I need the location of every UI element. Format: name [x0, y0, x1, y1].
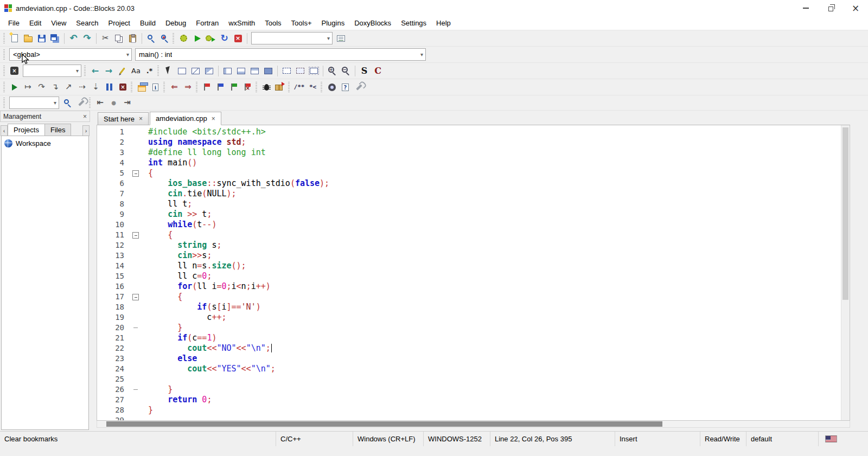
watch-search-button[interactable]: [61, 97, 74, 110]
doxyblocks-run-button[interactable]: [325, 81, 339, 94]
fold-marker-icon[interactable]: [130, 384, 142, 395]
menu-item-edit[interactable]: Edit: [24, 16, 46, 30]
management-tab-projects[interactable]: Projects: [8, 124, 45, 136]
next-instruction-button[interactable]: ⇢: [75, 81, 89, 94]
fold-marker-icon[interactable]: [130, 230, 142, 240]
code-text[interactable]: ll t;: [142, 199, 192, 209]
clear-bookmarks-button[interactable]: [241, 81, 254, 94]
tab-close-icon[interactable]: ×: [212, 115, 215, 123]
code-text[interactable]: c++;: [142, 312, 227, 323]
vertical-scrollbar-thumb[interactable]: [843, 127, 848, 300]
horizontal-scrollbar-thumb[interactable]: [106, 421, 662, 427]
debugging-windows-button[interactable]: [135, 81, 149, 94]
tabs-scroll-left-button[interactable]: ‹: [1, 125, 8, 136]
fold-marker-icon[interactable]: [130, 323, 142, 333]
close-button[interactable]: ×: [843, 0, 868, 16]
menu-item-search[interactable]: Search: [71, 16, 103, 30]
code-text[interactable]: for(ll i=0;i<n;i++): [142, 281, 271, 292]
regex-button[interactable]: .*: [143, 65, 156, 78]
build-target-select[interactable]: ▾: [251, 32, 333, 44]
line-number[interactable]: 24: [97, 364, 130, 374]
tab-close-icon[interactable]: ×: [139, 115, 143, 123]
match-case-button[interactable]: Aa: [129, 65, 143, 78]
menu-item-wxsmith[interactable]: wxSmith: [224, 16, 260, 30]
build-and-run-button[interactable]: [204, 32, 218, 45]
code-text[interactable]: if(c==1): [142, 333, 216, 343]
management-tab-files[interactable]: Files: [44, 124, 71, 136]
code-text[interactable]: }: [142, 323, 182, 333]
find-button[interactable]: [144, 32, 158, 45]
open-file-button[interactable]: [21, 32, 35, 45]
line-number[interactable]: 11: [97, 230, 130, 240]
menu-item-tools-[interactable]: Tools+: [286, 16, 317, 30]
code-text[interactable]: ll n=s.size();: [142, 261, 246, 271]
code-text[interactable]: if(s[i]=='N'): [142, 302, 261, 312]
jump-forward-button[interactable]: ⇥: [120, 97, 134, 110]
expand-fill-button[interactable]: [261, 65, 275, 78]
code-text[interactable]: cout<<"YES"<<"\n";: [142, 364, 276, 374]
step-into-instruction-button[interactable]: ⇣: [89, 81, 103, 94]
wxsmith-pointer-button[interactable]: [162, 65, 175, 78]
code-text[interactable]: [142, 374, 148, 384]
code-text[interactable]: cin>>s;: [142, 251, 212, 261]
source-view-button[interactable]: S: [358, 65, 371, 78]
code-text[interactable]: using namespace std;: [142, 137, 246, 147]
function-select[interactable]: main() : int▾: [135, 48, 426, 61]
doxyblocks-block-comment-button[interactable]: /**: [292, 81, 306, 94]
border-outline-button[interactable]: [307, 65, 321, 78]
class-view-button[interactable]: C: [371, 65, 385, 78]
step-out-button[interactable]: ↗: [62, 81, 75, 94]
line-number[interactable]: 7: [97, 189, 130, 199]
maximize-button[interactable]: [818, 0, 843, 16]
menu-item-fortran[interactable]: Fortran: [191, 16, 224, 30]
stop-debugger-button[interactable]: [116, 81, 130, 94]
menu-item-tools[interactable]: Tools: [260, 16, 286, 30]
line-number[interactable]: 15: [97, 271, 130, 281]
deploy-button[interactable]: [273, 81, 287, 94]
cut-button[interactable]: ✂: [99, 32, 112, 45]
line-number[interactable]: 28: [97, 405, 130, 415]
menu-item-plugins[interactable]: Plugins: [317, 16, 350, 30]
menu-item-help[interactable]: Help: [431, 16, 456, 30]
menu-item-view[interactable]: View: [46, 16, 71, 30]
code-text[interactable]: else: [142, 354, 197, 364]
jump-back-button[interactable]: ⇤: [93, 97, 107, 110]
goto-next-changed-line-button[interactable]: ⇒: [181, 81, 195, 94]
line-number[interactable]: 13: [97, 251, 130, 261]
line-number[interactable]: 12: [97, 240, 130, 251]
code-text[interactable]: string s;: [142, 240, 221, 251]
incremental-search-input[interactable]: ▾: [23, 65, 81, 77]
code-text[interactable]: {: [142, 292, 182, 302]
line-number[interactable]: 3: [97, 147, 130, 158]
code-text[interactable]: cin >> t;: [142, 209, 212, 220]
code-text[interactable]: }: [142, 384, 173, 395]
tab-start-here[interactable]: Start here ×: [98, 112, 149, 125]
build-button[interactable]: [177, 32, 190, 45]
tabs-scroll-right-button[interactable]: ›: [82, 125, 90, 136]
menu-item-file[interactable]: File: [3, 16, 24, 30]
toggle-bookmark-button[interactable]: [200, 81, 214, 94]
doxyblocks-line-comment-button[interactable]: *<: [306, 81, 320, 94]
run-to-cursor-button[interactable]: ↦: [21, 81, 35, 94]
step-into-button[interactable]: ↴: [48, 81, 62, 94]
line-number[interactable]: 2: [97, 137, 130, 147]
line-number[interactable]: 1: [97, 127, 130, 137]
line-number[interactable]: 16: [97, 281, 130, 292]
paste-button[interactable]: [126, 32, 139, 45]
code-text[interactable]: int main(): [142, 158, 197, 168]
line-number[interactable]: 14: [97, 261, 130, 271]
code-text[interactable]: }: [142, 405, 153, 415]
jump-current-button[interactable]: ●: [107, 97, 120, 110]
undo-button[interactable]: ↶: [67, 32, 80, 45]
code-text[interactable]: return 0;: [142, 395, 212, 405]
line-number[interactable]: 26: [97, 384, 130, 395]
goto-previous-changed-line-button[interactable]: ⇐: [168, 81, 181, 94]
wxsmith-grid-button[interactable]: [189, 65, 202, 78]
various-info-button[interactable]: [149, 81, 162, 94]
rebuild-button[interactable]: ↻: [218, 32, 231, 45]
run-button[interactable]: [190, 32, 204, 45]
doxyblocks-help-button[interactable]: [339, 81, 352, 94]
code-text[interactable]: #include <bits/stdc++.h>: [142, 127, 266, 137]
highlight-button[interactable]: [116, 65, 129, 78]
fold-marker-icon[interactable]: [130, 168, 142, 178]
